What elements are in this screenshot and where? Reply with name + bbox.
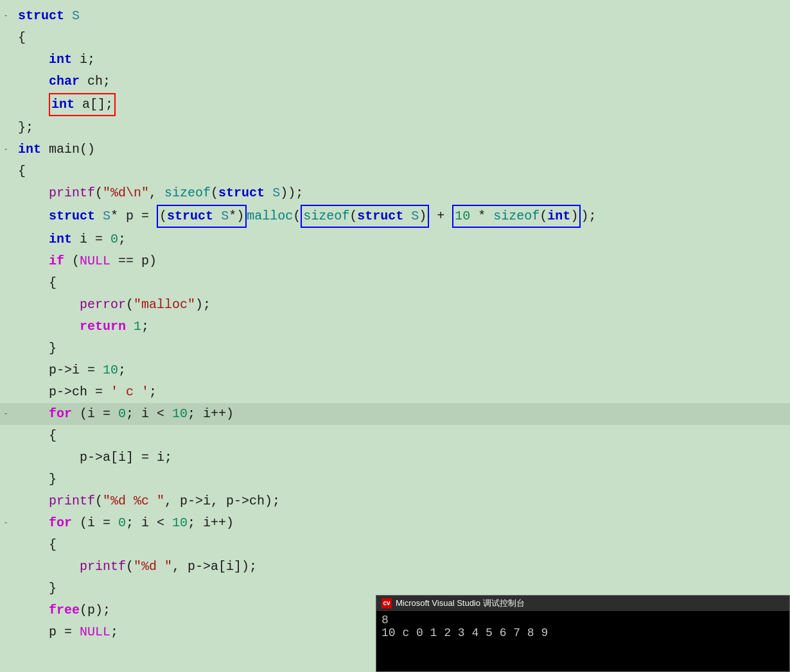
line-content-5: int a[]; — [12, 93, 116, 116]
line-content-24: for (i = 0; i < 10; i++) — [12, 513, 234, 533]
code-line-19: - for (i = 0; i < 10; i++) — [0, 403, 790, 425]
code-line-9: printf("%d\n", sizeof(struct S)); — [0, 182, 790, 204]
code-line-7: - int main() — [0, 139, 790, 160]
line-content-9: printf("%d\n", sizeof(struct S)); — [12, 183, 303, 203]
line-content-14: perror("malloc"); — [12, 295, 211, 315]
code-line-3: int i; — [0, 49, 790, 71]
line-content-18: p->ch = ' c '; — [12, 382, 157, 402]
code-line-23: printf("%d %c ", p->i, p->ch); — [0, 490, 790, 512]
code-line-18: p->ch = ' c '; — [0, 381, 790, 403]
code-line-11: int i = 0; — [0, 228, 790, 250]
line-content-15: return 1; — [12, 316, 149, 337]
line-content-22: } — [12, 469, 57, 490]
code-line-2: { — [0, 27, 790, 49]
line-content-16: } — [12, 338, 57, 359]
blue-box-sizeof1: sizeof(struct S) — [301, 205, 429, 228]
code-line-4: char ch; — [0, 71, 790, 92]
code-line-10: struct S* p = (struct S*)malloc(sizeof(s… — [0, 204, 790, 228]
code-line-15: return 1; — [0, 316, 790, 338]
console-output-line1: 8 — [382, 614, 784, 626]
line-content-11: int i = 0; — [12, 229, 126, 250]
code-line-25: { — [0, 534, 790, 556]
console-window: cv Microsoft Visual Studio 调试控制台 8 10 c … — [376, 595, 790, 672]
code-line-24: - for (i = 0; i < 10; i++) — [0, 512, 790, 534]
console-body: 8 10 c 0 1 2 3 4 5 6 7 8 9 — [376, 611, 789, 671]
line-content-28: free(p); — [12, 600, 110, 621]
code-line-16: } — [0, 338, 790, 359]
line-content-21: p->a[i] = i; — [12, 447, 172, 468]
line-content-4: char ch; — [12, 71, 110, 92]
line-content-10: struct S* p = (struct S*)malloc(sizeof(s… — [12, 205, 596, 228]
code-line-26: printf("%d ", p->a[i]); — [0, 556, 790, 578]
line-content-23: printf("%d %c ", p->i, p->ch); — [12, 491, 280, 512]
code-line-21: p->a[i] = i; — [0, 447, 790, 469]
line-content-29: p = NULL; — [12, 622, 118, 642]
line-content-2: { — [12, 28, 26, 48]
line-content-27: } — [12, 578, 57, 599]
line-content-25: { — [12, 535, 57, 555]
line-content-6: }; — [12, 117, 33, 138]
code-line-22: } — [0, 469, 790, 490]
red-box-array: int a[]; — [49, 93, 116, 116]
code-line-13: { — [0, 272, 790, 294]
gutter-19: - — [0, 409, 12, 418]
gutter-1: - — [0, 12, 12, 21]
code-line-1: - struct S — [0, 5, 790, 27]
line-content-3: int i; — [12, 49, 95, 70]
line-content-26: printf("%d ", p->a[i]); — [12, 556, 257, 577]
console-title: Microsoft Visual Studio 调试控制台 — [396, 598, 525, 609]
code-line-5: int a[]; — [0, 92, 790, 117]
code-line-12: if (NULL == p) — [0, 250, 790, 272]
line-content-17: p->i = 10; — [12, 360, 126, 381]
console-output-line2: 10 c 0 1 2 3 4 5 6 7 8 9 — [382, 626, 784, 639]
code-line-20: { — [0, 425, 790, 447]
line-content-8: { — [12, 161, 26, 182]
line-content-19: for (i = 0; i < 10; i++) — [12, 404, 234, 424]
blue-box-sizeof2: 10 * sizeof(int) — [452, 205, 581, 228]
code-line-8: { — [0, 160, 790, 182]
code-line-14: perror("malloc"); — [0, 294, 790, 316]
line-content-1: struct S — [12, 6, 80, 26]
line-content-20: { — [12, 426, 57, 446]
blue-box-cast: (struct S*) — [157, 205, 247, 228]
line-content-12: if (NULL == p) — [12, 251, 157, 271]
line-content-13: { — [12, 273, 57, 293]
console-icon: cv — [382, 598, 392, 608]
code-line-6: }; — [0, 117, 790, 139]
console-titlebar: cv Microsoft Visual Studio 调试控制台 — [376, 596, 789, 611]
gutter-7: - — [0, 145, 12, 154]
code-line-17: p->i = 10; — [0, 359, 790, 381]
line-content-7: int main() — [12, 139, 95, 160]
code-area: - struct S { int i; char ch; int a[]; };… — [0, 0, 790, 672]
gutter-24: - — [0, 519, 12, 528]
